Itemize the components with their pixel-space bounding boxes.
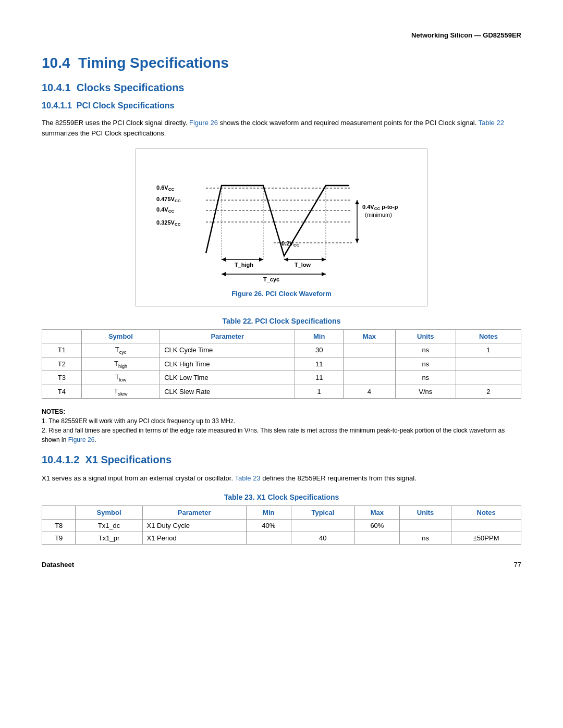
figure26-link[interactable]: Figure 26 [189, 119, 218, 127]
svg-marker-14 [259, 257, 263, 262]
figure26-note-link[interactable]: Figure 26 [68, 436, 95, 443]
svg-marker-13 [222, 257, 226, 262]
th-units: Units [395, 330, 456, 343]
note-2: 2. Rise and fall times are specified in … [42, 426, 521, 445]
th-typical: Typical [291, 505, 354, 519]
svg-marker-22 [222, 272, 226, 276]
table22: Symbol Parameter Min Max Units Notes T1 … [42, 329, 521, 399]
th-id [42, 330, 82, 343]
th-parameter: Parameter [160, 330, 295, 343]
svg-marker-31 [355, 239, 359, 243]
table-row: T8 Tx1_dc X1 Duty Cycle 40% 60% [42, 519, 521, 532]
th-max: Max [344, 330, 396, 343]
th-min: Min [246, 505, 291, 519]
svg-text:0.475VCC: 0.475VCC [156, 196, 181, 203]
table-row: T2 Thigh CLK High Time 11 ns [42, 357, 521, 371]
th-id [42, 505, 76, 519]
th-max: Max [354, 505, 399, 519]
svg-marker-30 [355, 200, 359, 204]
svg-text:(minimum): (minimum) [365, 212, 392, 218]
pci-intro-text: The 82559ER uses the PCI Clock signal di… [42, 118, 521, 138]
th-symbol: Symbol [81, 330, 160, 343]
section-10-4-title: 10.4 Timing Specifications [42, 55, 521, 71]
section-10-4-1-title: 10.4.1 Clocks Specifications [42, 82, 521, 94]
svg-text:T_low: T_low [295, 262, 311, 268]
svg-text:0.4VCC: 0.4VCC [156, 206, 174, 214]
svg-text:0.325VCC: 0.325VCC [156, 219, 181, 227]
svg-text:T_high: T_high [235, 262, 253, 268]
table-row: T4 Tslew CLK Slew Rate 1 4 V/ns 2 [42, 385, 521, 399]
th-notes: Notes [451, 505, 521, 519]
th-min: Min [295, 330, 344, 343]
footer-right: 77 [514, 561, 521, 569]
footer-left: Datasheet [42, 561, 74, 569]
notes22: NOTES: 1. The 82559ER will work with any… [42, 407, 521, 445]
notes-title: NOTES: [42, 407, 521, 416]
svg-marker-18 [284, 257, 288, 262]
table23: Symbol Parameter Min Typical Max Units N… [42, 505, 521, 545]
page-header: Networking Silicon — GD82559ER [42, 31, 521, 39]
th-notes: Notes [456, 330, 521, 343]
svg-text:0.6VCC: 0.6VCC [156, 184, 174, 192]
table22-title: Table 22. PCI Clock Specifications [42, 317, 521, 325]
table23-header-row: Symbol Parameter Min Typical Max Units N… [42, 505, 521, 519]
waveform-svg: 0.6VCC 0.475VCC 0.4VCC 0.325VCC 0.2VCC 0… [154, 159, 409, 285]
figure26-caption: Figure 26. PCI Clock Waveform [152, 290, 411, 298]
th-parameter: Parameter [142, 505, 246, 519]
svg-marker-23 [322, 272, 326, 276]
header-text: Networking Silicon — GD82559ER [411, 31, 521, 39]
table-row: T1 Tcyc CLK Cycle Time 30 ns 1 [42, 343, 521, 357]
table22-link[interactable]: Table 22 [479, 119, 504, 127]
x1-intro-text: X1 serves as a signal input from an exte… [42, 473, 521, 484]
table22-header-row: Symbol Parameter Min Max Units Notes [42, 330, 521, 343]
th-units: Units [400, 505, 451, 519]
note-1: 1. The 82559ER will work with any PCI cl… [42, 416, 521, 426]
table-row: T9 Tx1_pr X1 Period 40 ns ±50PPM [42, 532, 521, 544]
table23-link[interactable]: Table 23 [235, 474, 260, 482]
figure26-container: 0.6VCC 0.475VCC 0.4VCC 0.325VCC 0.2VCC 0… [136, 149, 427, 306]
table-row: T3 Tlow CLK Low Time 11 ns [42, 371, 521, 385]
section-10-4-1-2-title: 10.4.1.2 X1 Specifications [42, 454, 521, 466]
svg-text:T_cyc: T_cyc [263, 276, 279, 282]
th-symbol: Symbol [76, 505, 142, 519]
svg-marker-19 [322, 257, 326, 262]
table23-title: Table 23. X1 Clock Specifications [42, 493, 521, 501]
svg-text:0.4VCC p-to-p: 0.4VCC p-to-p [362, 204, 398, 211]
section-10-4-1-1-title: 10.4.1.1 PCI Clock Specifications [42, 101, 521, 110]
